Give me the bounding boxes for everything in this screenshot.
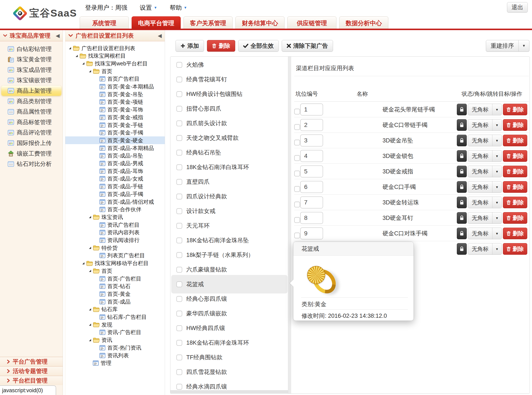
slot-number-input[interactable] [300, 165, 323, 177]
sidebar-item[interactable]: 商品标签管理 [0, 117, 63, 127]
row-checkbox[interactable] [294, 109, 300, 115]
tree-node[interactable]: 首页-成品-吊坠 [65, 152, 165, 160]
badge-select[interactable]: 无角标 ▼ [468, 181, 502, 193]
tree-expander[interactable] [88, 70, 92, 72]
channel-item-checkbox[interactable] [176, 164, 182, 170]
tree-expander[interactable] [88, 216, 92, 218]
tab-4[interactable]: 供应链管理 [287, 16, 336, 30]
tree-node[interactable]: 资讯-广告栏目 [65, 329, 165, 336]
tree-node[interactable]: 首页 [65, 67, 165, 75]
tree-node[interactable]: 管理 [65, 359, 165, 367]
tree-node[interactable]: 首页 [65, 267, 165, 275]
badge-select[interactable]: 无角标 ▼ [468, 197, 502, 208]
channel-item[interactable]: 扭臂心形四爪 [170, 101, 288, 116]
row-delete-button[interactable]: 删除 [503, 243, 527, 255]
tree-panel-header[interactable]: 广告栏目设置栏目列表 ◀ [65, 30, 165, 41]
lock-button[interactable] [457, 104, 467, 115]
channel-item[interactable]: HW经典四爪镶 [170, 321, 288, 335]
channel-item-checkbox[interactable] [176, 369, 182, 375]
sidebar-section-header[interactable]: 珠宝商品库管理 ◀ [0, 30, 63, 41]
channel-item[interactable]: 四爪箭头设计款 [170, 116, 288, 131]
channel-item-checkbox[interactable] [176, 355, 182, 360]
lock-button[interactable] [457, 212, 467, 224]
tree-node[interactable]: 首页-广告栏目 [65, 275, 165, 282]
sidebar-item[interactable]: 镶嵌工费管理 [0, 148, 63, 159]
sidebar-item[interactable]: 珠宝黄金管理 [0, 54, 63, 65]
channel-item[interactable]: 18K金钻石南洋白珠耳环 [170, 160, 288, 175]
channel-item[interactable]: 天元耳环 [170, 218, 288, 233]
tab-5[interactable]: 数据分析中心 [339, 16, 388, 30]
slot-number-input[interactable] [300, 227, 323, 239]
slot-number-input[interactable] [300, 104, 323, 115]
channel-item[interactable]: 经典雪花镶耳钉 [170, 72, 288, 87]
tree-node[interactable]: 资讯列表 [65, 351, 165, 359]
slot-number-input[interactable] [300, 134, 323, 147]
sidebar-item[interactable]: 商品属性管理 [0, 106, 63, 117]
tree-node[interactable]: 资讯内容列表 [65, 229, 165, 236]
sidebar-section-collapsed[interactable]: 平台栏目管理 [0, 376, 63, 385]
settings-menu[interactable]: 设置 ▼ [140, 4, 157, 12]
tab-1[interactable]: 电商平台管理 [132, 16, 181, 30]
channel-item[interactable]: 豪华四爪镶嵌款 [170, 306, 288, 321]
tree-node[interactable]: 首页-黄金-手镯 [65, 129, 165, 137]
tree-expander[interactable] [81, 62, 85, 65]
row-checkbox[interactable] [294, 171, 300, 176]
tree-expander[interactable] [88, 247, 92, 249]
tab-2[interactable]: 客户关系管理 [184, 16, 233, 30]
badge-select[interactable]: 无角标 ▼ [468, 104, 502, 115]
sidebar-section-collapsed[interactable]: 活动专题管理 [0, 366, 63, 376]
tree-node[interactable]: 首页-钻石 [65, 282, 165, 290]
row-delete-button[interactable]: 删除 [503, 228, 527, 239]
tree-expander[interactable] [68, 47, 72, 49]
rebuild-sort-dropdown[interactable]: ▼ [519, 40, 529, 52]
channel-item[interactable]: 天使之吻交叉戒臂款 [170, 131, 288, 145]
channel-item-checkbox[interactable] [176, 91, 182, 97]
tree-node[interactable]: 首页-成品-情侣对戒 [65, 198, 165, 206]
row-checkbox[interactable] [294, 140, 300, 145]
sidebar-item[interactable]: 商品上架管理 [0, 85, 63, 96]
channel-item[interactable]: 经典钻石吊坠 [170, 145, 288, 160]
tree-node[interactable]: 首页-黄金-硬金 [65, 136, 165, 144]
badge-select[interactable]: 无角标 ▼ [468, 228, 502, 239]
tree-node[interactable]: 广告栏目设置栏目列表 [65, 44, 165, 52]
channel-item[interactable]: TF经典围钻款 [170, 350, 288, 365]
tree-node[interactable]: 首页-成品 [65, 298, 165, 306]
lock-button[interactable] [457, 119, 467, 131]
channel-item-checkbox[interactable] [176, 237, 182, 243]
slot-number-input[interactable] [300, 197, 323, 208]
tree-node[interactable]: 首页-黄金-吊坠 [65, 90, 165, 98]
rebuild-sort-button[interactable]: 重建排序 [486, 40, 519, 52]
row-delete-button[interactable]: 删除 [503, 197, 527, 208]
tree-node[interactable]: 资讯广告栏目 [65, 221, 165, 229]
tree-node[interactable]: 首页-成品-手镯 [65, 190, 165, 198]
sidebar-item[interactable]: 珠宝成品管理 [0, 65, 63, 75]
tree-node[interactable]: 列表页广告栏目 [65, 252, 165, 259]
row-delete-button[interactable]: 删除 [503, 212, 527, 224]
channel-item-checkbox[interactable] [176, 77, 182, 82]
lock-button[interactable] [457, 228, 467, 239]
channel-item[interactable]: 设计款女戒 [170, 204, 288, 218]
lock-button[interactable] [457, 166, 467, 177]
row-delete-button[interactable]: 删除 [503, 135, 527, 146]
row-checkbox[interactable] [294, 202, 300, 207]
tree-expander[interactable] [88, 339, 92, 341]
row-checkbox[interactable] [294, 217, 300, 223]
clear-offline-ads-button[interactable]: 清除下架广告 [282, 40, 333, 52]
tree-node[interactable]: 首页-成品-男戒 [65, 160, 165, 167]
tree-node[interactable]: 资讯阅读排行 [65, 236, 165, 244]
row-delete-button[interactable]: 删除 [503, 104, 527, 115]
add-button[interactable]: 添加 [176, 40, 204, 52]
tree-node[interactable]: 找珠宝网web平台栏目 [65, 60, 165, 67]
delete-button[interactable]: 删除 [207, 40, 235, 52]
channel-item[interactable]: 18k梨子手链（水果系列） [170, 248, 288, 262]
tree-node[interactable]: 首页-合作伙伴 [65, 206, 165, 214]
row-delete-button[interactable]: 删除 [503, 119, 527, 131]
channel-item-checkbox[interactable] [176, 281, 182, 287]
channel-item-checkbox[interactable] [176, 194, 182, 199]
channel-item[interactable]: 经典心形四爪镶 [170, 291, 288, 306]
channel-item-checkbox[interactable] [176, 311, 182, 317]
channel-item-checkbox[interactable] [176, 223, 182, 229]
tree-node[interactable]: 首页-成品-女戒 [65, 175, 165, 183]
channel-item-checkbox[interactable] [176, 121, 182, 126]
lock-button[interactable] [457, 243, 467, 255]
